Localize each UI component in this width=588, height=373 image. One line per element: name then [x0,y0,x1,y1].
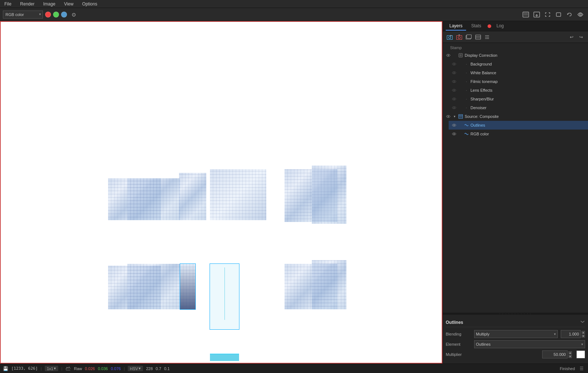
panel-tabs: Layers Stats Log [443,21,588,31]
hsv-s: 0.7 [156,366,161,371]
blending-amount-down[interactable]: ▼ [581,334,585,338]
visibility-display-correction[interactable] [446,53,451,58]
render-tile-active [210,264,239,329]
multiplier-up[interactable]: ▲ [568,351,572,354]
visibility-background[interactable] [452,61,457,67]
blending-amount-input[interactable] [561,330,581,338]
menu-render[interactable]: Render [19,1,36,7]
blending-select[interactable]: Multiply Normal Add Subtract Screen [474,330,558,338]
svg-point-21 [485,35,486,36]
tab-stats[interactable]: Stats [468,22,485,31]
render-window-btn[interactable] [521,10,531,19]
render-tile-r1c3 [179,173,206,220]
blue-circle[interactable] [61,12,67,17]
layer-item-denoiser[interactable]: · Denoiser [449,103,588,112]
layer-item-outlines[interactable]: Outlines [449,121,588,130]
visibility-denoiser[interactable] [452,105,457,110]
undo-btn[interactable]: ↩ [568,33,576,41]
more-tools-btn[interactable] [576,10,585,19]
expand-source-composite[interactable]: ▾ [452,114,457,119]
element-select-wrap[interactable]: Outlines RGB color Depth Normal [474,340,585,348]
visibility-filmic[interactable] [452,79,457,84]
layer-item-display-correction[interactable]: Display Correction [443,51,588,60]
layer-item-source-composite[interactable]: ▾ Source: Composite [443,112,588,121]
rotate-icon-btn[interactable]: ⊙ [69,10,79,19]
color-mode-dropdown[interactable]: RGB color Luminance Red Green Blue [3,11,43,19]
multiplier-down[interactable]: ▼ [568,355,572,358]
layer-item-rgb-color[interactable]: RGB color [449,130,588,138]
green-circle[interactable] [53,12,59,17]
multiplier-color-swatch[interactable] [576,350,585,358]
denoiser-icon: · [464,105,469,110]
properties-header: Outlines [446,318,585,327]
canvas-area[interactable] [0,21,442,364]
render-tile-r1c2 [127,178,180,220]
color-mode-select[interactable]: RGB color Luminance Red Green Blue [3,11,43,19]
render-tile-r1c6 [312,166,346,224]
layer-name-lens-effects: Lens Effects [470,88,585,92]
menu-view[interactable]: View [63,1,75,7]
display-correction-icon [458,53,463,58]
visibility-sharpen-blur[interactable] [452,96,457,102]
delete-render-layer-btn[interactable] [455,33,463,41]
red-circle[interactable] [45,12,51,17]
color-mode-dropdown[interactable]: HSV ▾ [128,366,143,371]
visibility-source-composite[interactable] [446,114,451,119]
select-region-btn[interactable] [543,10,552,19]
svg-point-39 [454,107,455,108]
layer-name-denoiser: Denoiser [470,106,585,110]
svg-rect-43 [459,115,462,118]
multiplier-input[interactable] [542,350,568,358]
menu-image[interactable]: Image [42,1,57,7]
export-btn[interactable] [532,10,541,19]
merge-render-layer-btn[interactable] [474,33,482,41]
list-view-btn[interactable] [484,33,492,41]
layer-name-rgb-color: RGB color [470,132,585,136]
svg-point-22 [485,37,486,37]
blending-row: Blending Multiply Normal Add Subtract Sc… [446,330,585,338]
multiplier-number-wrap: ▲ ▼ [542,350,572,358]
svg-rect-4 [556,13,561,16]
rgb-color-icon [464,131,469,136]
element-select[interactable]: Outlines RGB color Depth Normal [474,340,585,348]
properties-title: Outlines [446,320,463,325]
right-panel: Layers Stats Log [442,21,588,364]
svg-point-46 [454,125,455,126]
layer-item-sharpen-blur[interactable]: · Sharpen/Blur [449,95,588,103]
add-render-layer-btn[interactable] [446,33,454,41]
layer-item-lens-effects[interactable]: · Lens Effects [449,86,588,95]
properties-expand-btn[interactable] [580,319,585,325]
svg-rect-27 [460,54,462,56]
save-icon: 💾 [3,366,8,371]
visibility-lens-effects[interactable] [452,88,457,93]
status-bar: 💾 [1233, 626] | 1x1 ▾ | Raw 0.026 0.036 … [0,364,588,373]
b-value: 0.076 [111,366,121,371]
visibility-white-balance[interactable] [452,70,457,75]
blending-amount-up[interactable]: ▲ [581,331,585,334]
crop-btn[interactable] [554,10,563,19]
color-mode-arrow: ▾ [139,366,141,371]
redo-btn[interactable]: ↪ [577,33,585,41]
duplicate-render-layer-btn[interactable] [465,33,473,41]
tab-layers[interactable]: Layers [446,22,466,31]
visibility-rgb-color[interactable] [452,131,457,136]
svg-rect-1 [524,13,528,16]
render-progress-bar [210,354,239,361]
visibility-outlines[interactable] [452,123,457,128]
menu-file[interactable]: File [3,1,13,7]
undo-view-btn[interactable] [565,10,574,19]
white-balance-icon: · [464,70,469,75]
sample-size-dropdown[interactable]: 1x1 ▾ [45,366,59,371]
color-mode-label: HSV [130,366,138,371]
source-composite-icon [458,114,463,119]
tab-log[interactable]: Log [493,22,507,31]
blending-select-wrap[interactable]: Multiply Normal Add Subtract Screen [474,330,558,338]
status-menu-btn[interactable]: ☰ [578,365,585,372]
menu-options[interactable]: Options [81,1,99,7]
layer-item-filmic-tonemap[interactable]: · Filmic tonemap [449,77,588,86]
layer-name-sharpen-blur: Sharpen/Blur [470,97,585,101]
sample-icon [65,366,71,372]
layer-item-white-balance[interactable]: · White Balance [449,68,588,77]
layer-item-background[interactable]: · Background [449,60,588,68]
svg-point-5 [580,13,581,15]
